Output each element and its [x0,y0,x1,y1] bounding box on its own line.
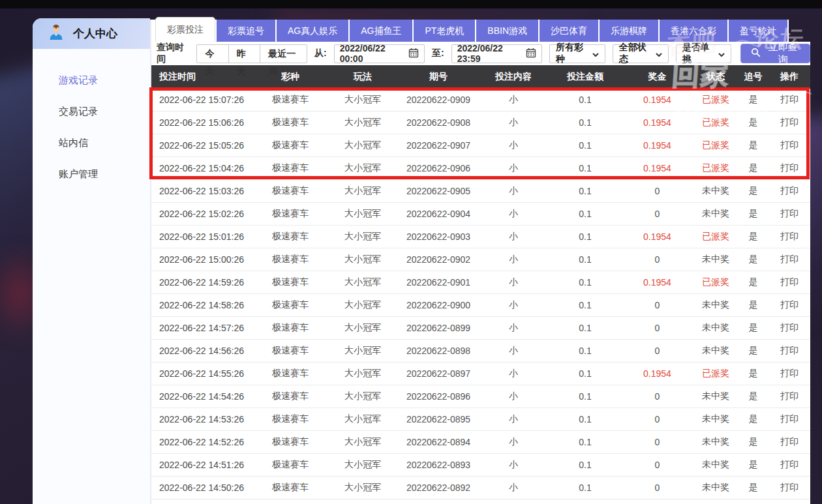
table-row: 2022-06-22 14:57:26极速赛车大小冠军20220622-0899… [151,317,810,340]
cell-amount: 0.1 [549,117,621,128]
cell-play: 大小冠军 [326,162,399,174]
cell-amount: 0.1 [549,368,621,379]
cell-action[interactable]: 打印 [769,185,810,197]
dropdown-value: 是否单挑 [682,42,712,65]
cell-chase: 是 [738,345,769,357]
cell-action[interactable]: 打印 [769,391,810,402]
tab-彩票投注[interactable]: 彩票投注 [155,17,215,42]
cell-issue: 20220622-0901 [399,277,478,288]
cell-content: 小 [478,299,549,311]
calendar-icon[interactable] [526,48,536,60]
cell-time: 2022-06-22 14:52:26 [151,437,254,447]
quick-button-最近一周[interactable]: 最近一周 [260,45,307,63]
table-row: 2022-06-22 14:58:26极速赛车大小冠军20220622-0900… [151,294,810,317]
cell-status: 已派奖 [693,368,738,379]
sidebar-title: 个人中心 [73,26,117,41]
table-row: 2022-06-22 15:04:26极速赛车大小冠军20220622-0906… [151,157,810,180]
tab-彩票追号[interactable]: 彩票追号 [217,20,275,42]
cell-lottery: 极速赛车 [254,299,326,311]
sidebar-item-账户管理[interactable]: 账户管理 [33,158,150,190]
cell-play: 大小冠军 [326,482,399,494]
cell-play: 大小冠军 [326,345,399,357]
column-header-投注时间: 投注时间 [151,71,254,83]
cell-action[interactable]: 打印 [769,299,810,311]
quick-button-昨天[interactable]: 昨天 [228,45,260,63]
cell-action[interactable]: 打印 [769,276,810,288]
dropdown-所有彩种[interactable]: 所有彩种 [549,44,605,63]
cell-action[interactable]: 打印 [769,140,810,151]
cell-prize: 0 [621,437,693,447]
from-date-input[interactable]: 2022/06/22 00:00 [334,44,425,63]
cell-action[interactable]: 打印 [769,345,810,357]
cell-time: 2022-06-22 15:01:26 [151,231,254,242]
cell-issue: 20220622-0899 [399,323,478,333]
cell-time: 2022-06-22 15:07:26 [151,95,254,105]
table-row: 2022-06-22 14:59:26极速赛车大小冠军20220622-0901… [151,271,810,294]
cell-time: 2022-06-22 14:51:26 [151,460,254,470]
sidebar-item-游戏记录[interactable]: 游戏记录 [33,65,150,96]
cell-amount: 0.1 [549,95,621,105]
dropdown-是否单挑[interactable]: 是否单挑 [676,44,732,63]
cell-content: 小 [478,185,549,197]
tab-乐游棋牌[interactable]: 乐游棋牌 [600,20,658,42]
query-time-label: 查询时间 [157,42,189,65]
cell-amount: 0.1 [549,482,621,493]
cell-action[interactable]: 打印 [769,231,810,243]
cell-chase: 是 [738,459,769,471]
cell-chase: 是 [738,436,769,448]
cell-action[interactable]: 打印 [769,117,810,128]
cell-issue: 20220622-0906 [399,163,478,173]
cell-action[interactable]: 打印 [769,436,810,448]
cell-chase: 是 [738,276,769,288]
tab-BBIN游戏[interactable]: BBIN游戏 [476,20,538,42]
cell-amount: 0.1 [549,186,621,196]
tab-香港六合彩[interactable]: 香港六合彩 [660,20,727,42]
cell-prize: 0.1954 [621,368,693,379]
tab-AG真人娱乐[interactable]: AG真人娱乐 [277,20,348,42]
cell-action[interactable]: 打印 [769,459,810,471]
cell-lottery: 极速赛车 [254,162,326,174]
search-button[interactable]: 立即查询 [740,44,810,63]
sidebar-item-交易记录[interactable]: 交易记录 [33,96,150,127]
sidebar-item-站内信[interactable]: 站内信 [33,127,150,158]
cell-prize: 0 [621,300,693,310]
cell-action[interactable]: 打印 [769,254,810,265]
cell-chase: 是 [738,208,769,220]
tab-PT老虎机[interactable]: PT老虎机 [414,20,475,42]
cell-prize: 0 [621,460,693,470]
tab-AG捕鱼王[interactable]: AG捕鱼王 [350,20,412,42]
tab-沙巴体育[interactable]: 沙巴体育 [540,20,598,42]
dropdown-全部状态[interactable]: 全部状态 [613,44,669,63]
tab-盈亏统计[interactable]: 盈亏统计 [729,20,787,42]
cell-lottery: 极速赛车 [254,254,326,265]
cell-lottery: 极速赛车 [254,208,326,220]
cell-action[interactable]: 打印 [769,322,810,334]
cell-action[interactable]: 打印 [769,208,810,220]
cell-amount: 0.1 [549,231,621,242]
cell-action[interactable]: 打印 [769,413,810,425]
cell-action[interactable]: 打印 [769,162,810,174]
cell-action[interactable]: 打印 [769,482,810,494]
page: 个人中心 游戏记录交易记录站内信账户管理 彩票投注彩票追号AG真人娱乐AG捕鱼王… [0,0,822,504]
cell-issue: 20220622-0893 [399,460,478,470]
cell-issue: 20220622-0900 [399,300,478,310]
to-date-value: 2022/06/22 23:59 [457,43,520,64]
sidebar: 个人中心 游戏记录交易记录站内信账户管理 [33,18,150,504]
column-header-追号: 追号 [738,71,769,83]
cell-chase: 是 [738,162,769,174]
cell-action[interactable]: 打印 [769,368,810,379]
quick-button-今天[interactable]: 今天 [197,45,228,63]
cell-prize: 0.1954 [621,163,693,173]
calendar-icon[interactable] [408,48,419,60]
to-date-input[interactable]: 2022/06/22 23:59 [451,44,542,63]
cell-action[interactable]: 打印 [769,94,810,106]
cell-lottery: 极速赛车 [254,413,326,425]
sidebar-menu: 游戏记录交易记录站内信账户管理 [33,49,150,190]
cell-amount: 0.1 [549,391,621,402]
cell-lottery: 极速赛车 [254,231,326,243]
cell-time: 2022-06-22 15:02:26 [151,209,254,219]
cell-status: 未中奖 [693,391,738,402]
table-row: 2022-06-22 14:50:26极速赛车大小冠军20220622-0892… [151,477,810,499]
cell-time: 2022-06-22 15:00:26 [151,254,254,265]
cell-content: 小 [478,231,549,243]
